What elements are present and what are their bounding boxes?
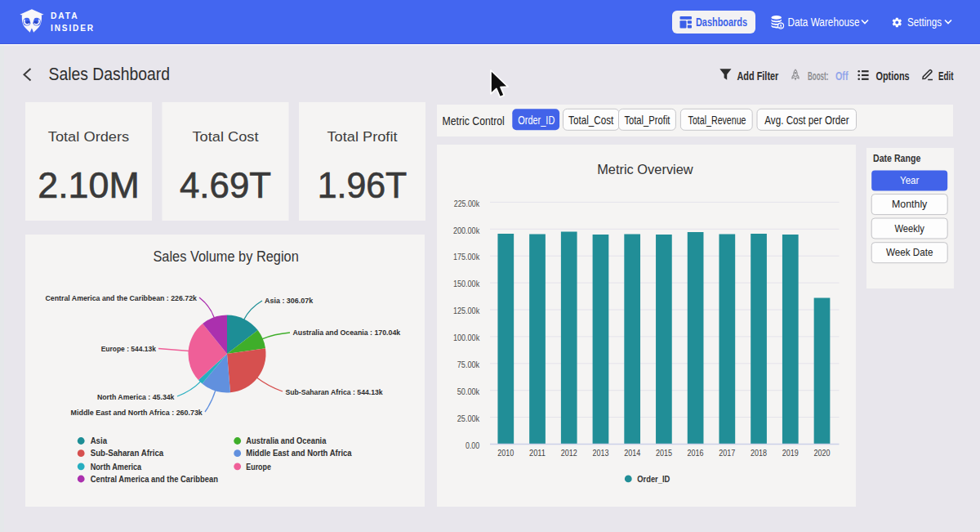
svg-text:2018: 2018 bbox=[751, 449, 767, 458]
svg-text:North America: North America bbox=[91, 463, 142, 472]
svg-text:Monthly: Monthly bbox=[892, 198, 927, 210]
svg-text:Dashboards: Dashboards bbox=[696, 16, 747, 29]
svg-text:2011: 2011 bbox=[529, 449, 546, 458]
svg-text:Middle East and North Africa: Middle East and North Africa bbox=[246, 449, 352, 458]
svg-text:Off: Off bbox=[835, 69, 849, 83]
svg-text:Total Orders: Total Orders bbox=[48, 129, 130, 144]
svg-text:Weekly: Weekly bbox=[894, 222, 924, 235]
svg-text:175.00k: 175.00k bbox=[453, 252, 480, 262]
svg-text:Settings: Settings bbox=[907, 16, 942, 29]
svg-text:1.96T: 1.96T bbox=[318, 165, 408, 205]
svg-text:Central America and the Caribb: Central America and the Caribbean bbox=[91, 475, 218, 484]
svg-text:Week Date: Week Date bbox=[886, 246, 933, 258]
svg-text:125.00k: 125.00k bbox=[453, 306, 480, 315]
svg-text:Asia : 306.07k: Asia : 306.07k bbox=[265, 297, 314, 305]
svg-text:INSIDER: INSIDER bbox=[51, 23, 95, 33]
svg-text:Total Profit: Total Profit bbox=[327, 129, 399, 144]
svg-text:Metric Overview: Metric Overview bbox=[597, 162, 693, 177]
svg-text:Australia and Oceania : 170.04: Australia and Oceania : 170.04k bbox=[293, 329, 402, 337]
svg-text:Total_Cost: Total_Cost bbox=[568, 113, 614, 127]
svg-text:Asia: Asia bbox=[91, 436, 108, 445]
svg-text:North America : 45.34k: North America : 45.34k bbox=[97, 393, 175, 401]
svg-text:2013: 2013 bbox=[593, 449, 609, 458]
svg-text:225.00k: 225.00k bbox=[454, 199, 480, 208]
svg-text:Year: Year bbox=[900, 174, 920, 186]
svg-text:Total_Revenue: Total_Revenue bbox=[688, 113, 746, 127]
svg-text:DATA: DATA bbox=[51, 11, 79, 20]
svg-text:Europe: Europe bbox=[246, 463, 271, 472]
svg-text:2010: 2010 bbox=[497, 449, 514, 458]
svg-text:2016: 2016 bbox=[688, 449, 704, 458]
svg-text:2020: 2020 bbox=[814, 449, 831, 458]
svg-text:2012: 2012 bbox=[561, 449, 577, 458]
svg-text:2017: 2017 bbox=[719, 449, 735, 458]
svg-text:Date Range: Date Range bbox=[873, 152, 920, 164]
svg-text:Edit: Edit bbox=[938, 69, 953, 83]
svg-text:Data Warehouse: Data Warehouse bbox=[788, 16, 860, 29]
svg-text:2014: 2014 bbox=[624, 449, 640, 458]
svg-text:Metric Control: Metric Control bbox=[443, 114, 505, 127]
svg-text:25.00k: 25.00k bbox=[457, 414, 480, 423]
svg-text:Options: Options bbox=[876, 69, 910, 83]
svg-text:200.00k: 200.00k bbox=[453, 226, 480, 235]
svg-text:Sub-Saharan Africa : 544.13k: Sub-Saharan Africa : 544.13k bbox=[285, 388, 383, 396]
svg-text:Order_ID: Order_ID bbox=[637, 474, 670, 484]
svg-text:Sales Dashboard: Sales Dashboard bbox=[49, 64, 170, 84]
svg-text:Total_Profit: Total_Profit bbox=[624, 113, 670, 127]
svg-text:2.10M: 2.10M bbox=[38, 165, 139, 205]
svg-text:2019: 2019 bbox=[782, 449, 799, 458]
svg-text:Avg. Cost per Order: Avg. Cost per Order bbox=[764, 113, 849, 127]
svg-text:Sub-Saharan Africa: Sub-Saharan Africa bbox=[91, 449, 164, 458]
svg-text:Middle East and North Africa :: Middle East and North Africa : 260.73k bbox=[71, 409, 203, 417]
svg-text:4.69T: 4.69T bbox=[180, 165, 271, 205]
svg-text:100.00k: 100.00k bbox=[453, 333, 480, 342]
svg-text:0.00: 0.00 bbox=[466, 440, 479, 450]
svg-text:Add Filter: Add Filter bbox=[737, 69, 779, 83]
svg-text:Total Cost: Total Cost bbox=[193, 129, 260, 144]
svg-text:75.00k: 75.00k bbox=[457, 360, 480, 369]
svg-text:Central America and the Caribb: Central America and the Caribbean : 226.… bbox=[46, 294, 198, 302]
svg-text:50.00k: 50.00k bbox=[457, 387, 480, 396]
svg-text:150.00k: 150.00k bbox=[453, 279, 480, 288]
svg-text:Australia and Oceania: Australia and Oceania bbox=[246, 436, 326, 445]
svg-text:Sales Volume by Region: Sales Volume by Region bbox=[153, 248, 298, 265]
svg-text:Europe : 544.13k: Europe : 544.13k bbox=[101, 345, 157, 353]
svg-text:2015: 2015 bbox=[656, 449, 672, 458]
svg-text:Boost:: Boost: bbox=[808, 69, 829, 83]
svg-text:Order_ID: Order_ID bbox=[518, 113, 555, 127]
